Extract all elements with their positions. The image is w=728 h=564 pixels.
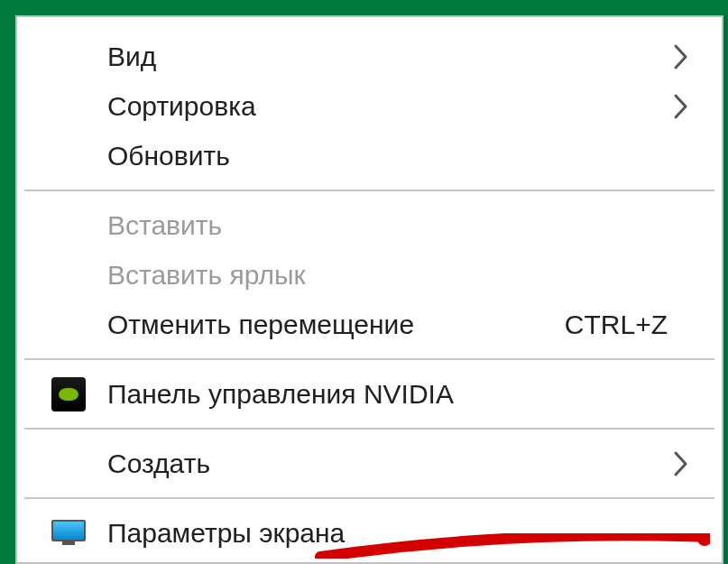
menu-item-display-settings[interactable]: Параметры экрана <box>17 508 722 558</box>
menu-item-label: Вставить ярлык <box>107 260 686 291</box>
menu-separator <box>24 428 714 430</box>
menu-item-paste-shortcut: Вставить ярлык <box>17 250 722 300</box>
menu-separator <box>24 497 714 499</box>
menu-item-label: Отменить перемещение <box>107 310 565 340</box>
menu-item-paste: Вставить <box>17 200 722 250</box>
menu-separator <box>24 358 714 360</box>
menu-item-label: Вид <box>107 42 686 72</box>
menu-item-shortcut: CTRL+Z <box>565 310 668 340</box>
chevron-right-icon <box>673 450 689 477</box>
menu-item-label: Обновить <box>107 141 686 171</box>
chevron-right-icon <box>673 93 689 120</box>
menu-item-create[interactable]: Создать <box>17 439 722 488</box>
nvidia-icon <box>51 377 86 411</box>
menu-item-nvidia-panel[interactable]: Панель управления NVIDIA <box>17 369 722 419</box>
menu-item-view[interactable]: Вид <box>17 32 722 81</box>
menu-item-label: Создать <box>107 448 686 479</box>
menu-item-label: Вставить <box>107 210 686 241</box>
menu-item-undo-move[interactable]: Отменить перемещение CTRL+Z <box>17 300 722 349</box>
desktop-context-menu: Вид Сортировка Обновить Вставить Вставит… <box>15 15 723 564</box>
menu-item-sort[interactable]: Сортировка <box>17 81 722 131</box>
menu-item-label: Сортировка <box>107 91 686 122</box>
display-icon <box>51 516 86 550</box>
menu-item-refresh[interactable]: Обновить <box>17 131 722 180</box>
menu-separator <box>24 190 714 191</box>
menu-item-label: Панель управления NVIDIA <box>107 379 686 410</box>
chevron-right-icon <box>673 43 689 70</box>
menu-item-label: Параметры экрана <box>107 518 686 549</box>
